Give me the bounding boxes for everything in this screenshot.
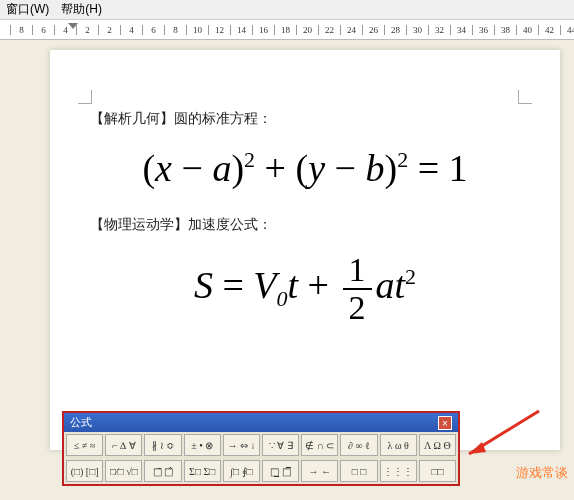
- ruler-tick: 20: [296, 25, 318, 35]
- ruler-tick: 4: [120, 25, 142, 35]
- palette-symbol-button-6[interactable]: ∉ ∩ ⊂: [301, 434, 338, 456]
- var-t: t: [288, 264, 299, 306]
- ruler-tick: 2: [76, 25, 98, 35]
- ruler-tick: 16: [252, 25, 274, 35]
- ruler-tick: 32: [428, 25, 450, 35]
- close-icon[interactable]: ×: [438, 416, 452, 430]
- exp-2: 2: [397, 147, 408, 172]
- op-plus: +: [255, 147, 295, 189]
- numerator: 1: [343, 252, 372, 290]
- palette-symbol-button-4[interactable]: → ⇔ ↓: [223, 434, 260, 456]
- palette-template-button-1[interactable]: □⁄□ √□: [105, 460, 142, 482]
- palette-template-button-6[interactable]: → ←: [301, 460, 338, 482]
- palette-symbol-button-9[interactable]: Λ Ω Θ: [419, 434, 456, 456]
- ruler-tick: 40: [516, 25, 538, 35]
- palette-symbol-button-0[interactable]: ≤ ≠ ≈: [66, 434, 103, 456]
- palette-symbol-button-7[interactable]: ∂ ∞ ℓ: [340, 434, 377, 456]
- ruler-tick: 26: [362, 25, 384, 35]
- toolbar-row-1: ≤ ≠ ≈⌐ ∆ ∀∦ ≀ ≎± • ⊗→ ⇔ ↓∵ ∀ ∃∉ ∩ ⊂∂ ∞ ℓ…: [64, 432, 458, 458]
- denominator: 2: [343, 290, 372, 326]
- palette-symbol-button-2[interactable]: ∦ ≀ ≎: [144, 434, 181, 456]
- watermark: 游戏常谈: [516, 464, 568, 482]
- op-eq: =: [408, 147, 448, 189]
- ruler-tick: 18: [274, 25, 296, 35]
- page-area: 【解析几何】圆的标准方程： (x − a)2 + (y − b)2 = 1 【物…: [0, 40, 574, 500]
- page-corner-tr: [518, 90, 532, 104]
- menu-help[interactable]: 帮助(H): [61, 1, 102, 18]
- exp-2: 2: [244, 147, 255, 172]
- var-b: b: [365, 147, 384, 189]
- op-plus: +: [298, 264, 338, 306]
- ruler-tick: 10: [186, 25, 208, 35]
- ruler-tick: 6: [142, 25, 164, 35]
- paren: (: [296, 147, 309, 189]
- ruler-tick: 22: [318, 25, 340, 35]
- heading-geometry: 【解析几何】圆的标准方程：: [90, 110, 520, 128]
- ruler-tick: 6: [32, 25, 54, 35]
- var-t: t: [395, 264, 406, 306]
- sub-0: 0: [277, 286, 288, 311]
- ruler-tick: 44: [560, 25, 574, 35]
- indent-marker[interactable]: [68, 23, 78, 29]
- palette-template-button-5[interactable]: □̲ □̅: [262, 460, 299, 482]
- equation-toolbar[interactable]: 公式 × ≤ ≠ ≈⌐ ∆ ∀∦ ≀ ≎± • ⊗→ ⇔ ↓∵ ∀ ∃∉ ∩ ⊂…: [62, 411, 460, 486]
- paren: ): [231, 147, 244, 189]
- palette-template-button-4[interactable]: ∫□ ∮□: [223, 460, 260, 482]
- palette-symbol-button-3[interactable]: ± • ⊗: [184, 434, 221, 456]
- var-a: a: [376, 264, 395, 306]
- var-a: a: [212, 147, 231, 189]
- ruler-tick: 38: [494, 25, 516, 35]
- fraction-half: 12: [343, 252, 372, 326]
- var-y: y: [308, 147, 325, 189]
- ruler-tick: 42: [538, 25, 560, 35]
- ruler-tick: 36: [472, 25, 494, 35]
- op-minus: −: [172, 147, 212, 189]
- palette-template-button-2[interactable]: □̄ □̂: [144, 460, 181, 482]
- menu-window[interactable]: 窗口(W): [6, 1, 49, 18]
- document-page: 【解析几何】圆的标准方程： (x − a)2 + (y − b)2 = 1 【物…: [50, 50, 560, 450]
- ruler-tick: 8: [164, 25, 186, 35]
- ruler-tick: 24: [340, 25, 362, 35]
- exp-2: 2: [405, 264, 416, 289]
- op-minus: −: [325, 147, 365, 189]
- ruler-tick: 34: [450, 25, 472, 35]
- palette-symbol-button-8[interactable]: λ ω θ: [380, 434, 417, 456]
- var-v: V: [253, 264, 276, 306]
- paren: ): [384, 147, 397, 189]
- toolbar-titlebar[interactable]: 公式 ×: [64, 413, 458, 432]
- palette-template-button-7[interactable]: □ □: [340, 460, 377, 482]
- num-one: 1: [449, 147, 468, 189]
- toolbar-title: 公式: [70, 415, 92, 430]
- menubar: 窗口(W) 帮助(H): [0, 0, 574, 20]
- ruler-tick: 28: [384, 25, 406, 35]
- equation-kinematics[interactable]: S = V0t + 12at2: [90, 252, 520, 326]
- var-x: x: [155, 147, 172, 189]
- palette-symbol-button-5[interactable]: ∵ ∀ ∃: [262, 434, 299, 456]
- op-eq: =: [213, 264, 253, 306]
- palette-template-button-8[interactable]: ⋮⋮⋮: [380, 460, 417, 482]
- ruler-tick: 30: [406, 25, 428, 35]
- palette-template-button-0[interactable]: (□) [□]: [66, 460, 103, 482]
- heading-physics: 【物理运动学】加速度公式：: [90, 216, 520, 234]
- ruler-tick: 2: [98, 25, 120, 35]
- palette-template-button-3[interactable]: Σ□ Σ□: [184, 460, 221, 482]
- palette-template-button-9[interactable]: □□: [419, 460, 456, 482]
- ruler-tick: 12: [208, 25, 230, 35]
- var-s: S: [194, 264, 213, 306]
- paren: (: [142, 147, 155, 189]
- ruler-tick: 8: [10, 25, 32, 35]
- toolbar-row-2: (□) [□]□⁄□ √□□̄ □̂Σ□ Σ□∫□ ∮□□̲ □̅→ ←□ □⋮…: [64, 458, 458, 484]
- ruler: 8642246810121416182022242628303234363840…: [0, 20, 574, 40]
- palette-symbol-button-1[interactable]: ⌐ ∆ ∀: [105, 434, 142, 456]
- page-corner-tl: [78, 90, 92, 104]
- equation-circle[interactable]: (x − a)2 + (y − b)2 = 1: [90, 146, 520, 190]
- ruler-tick: 14: [230, 25, 252, 35]
